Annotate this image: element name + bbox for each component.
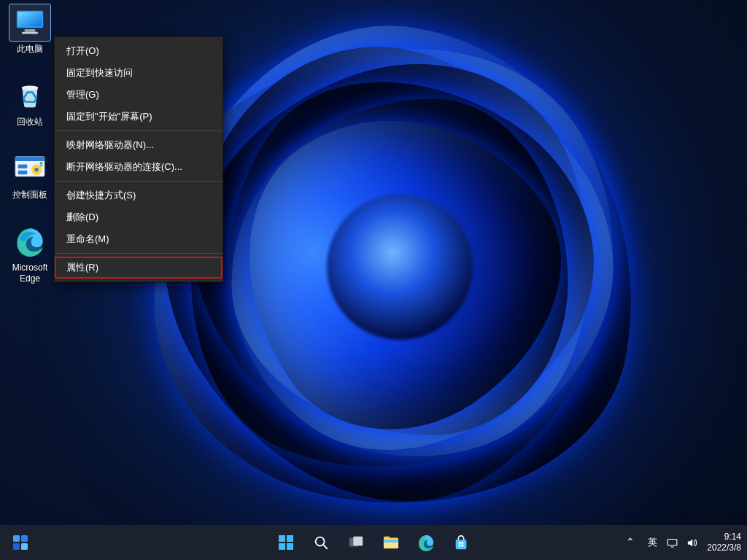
network-icon [666, 537, 678, 549]
clock-date: 2022/3/8 [707, 542, 741, 553]
svg-rect-22 [287, 543, 293, 550]
ctx-rename[interactable]: 重命名(M) [55, 228, 222, 250]
svg-line-24 [324, 545, 328, 549]
this-pc-icon [9, 4, 50, 41]
svg-rect-3 [25, 29, 36, 32]
svg-point-11 [34, 168, 38, 171]
desktop-icon-label: 回收站 [17, 117, 43, 128]
svg-point-23 [316, 537, 325, 546]
store-button[interactable] [446, 528, 476, 557]
svg-rect-31 [461, 542, 463, 544]
svg-rect-35 [671, 546, 674, 547]
svg-rect-28 [384, 540, 398, 542]
ctx-open[interactable]: 打开(O) [55, 40, 222, 62]
edge-button[interactable] [411, 528, 441, 557]
clock[interactable]: 9:14 2022/3/8 [707, 532, 741, 553]
ctx-properties[interactable]: 属性(R) [55, 257, 222, 279]
svg-rect-34 [667, 539, 677, 545]
task-view-button[interactable] [341, 528, 371, 557]
svg-rect-16 [21, 535, 28, 542]
svg-rect-17 [13, 543, 20, 550]
svg-rect-32 [459, 545, 461, 547]
task-view-icon [348, 534, 364, 551]
context-menu: 打开(O)固定到快速访问管理(G)固定到"开始"屏幕(P)映射网络驱动器(N).… [54, 36, 223, 282]
ctx-delete[interactable]: 删除(D) [55, 206, 222, 228]
system-tray[interactable] [666, 537, 698, 549]
svg-rect-18 [21, 543, 28, 550]
ctx-map-drive[interactable]: 映射网络驱动器(N)... [55, 134, 222, 156]
widgets-icon [12, 534, 29, 551]
ctx-pin-quick[interactable]: 固定到快速访问 [55, 62, 222, 84]
desktop-icon-control-panel[interactable]: 控制面板 [2, 150, 58, 201]
svg-rect-30 [459, 542, 461, 544]
ctx-pin-start[interactable]: 固定到"开始"屏幕(P) [55, 106, 222, 128]
explorer-icon [382, 534, 400, 551]
control-panel-icon [9, 150, 50, 187]
start-icon [277, 534, 295, 551]
desktop-icon-label: Microsoft Edge [12, 262, 48, 284]
svg-rect-4 [22, 32, 38, 34]
search-button[interactable] [306, 528, 336, 557]
desktop-icon-recycle-bin[interactable]: 回收站 [2, 77, 58, 128]
volume-icon [686, 537, 698, 549]
svg-rect-9 [18, 171, 28, 174]
ime-indicator[interactable]: 英 [648, 536, 657, 549]
ctx-separator [55, 181, 222, 182]
svg-rect-33 [461, 545, 463, 547]
desktop-icon-label: 控制面板 [12, 190, 47, 201]
ctx-manage[interactable]: 管理(G) [55, 84, 222, 106]
edge-icon [9, 223, 50, 260]
svg-rect-8 [18, 165, 28, 168]
ctx-separator [55, 253, 222, 254]
start-button[interactable] [271, 528, 301, 557]
svg-rect-15 [13, 535, 20, 542]
svg-rect-26 [353, 537, 363, 546]
ctx-separator [55, 131, 222, 131]
ctx-shortcut[interactable]: 创建快捷方式(S) [55, 184, 222, 206]
store-icon [453, 534, 469, 551]
svg-rect-12 [40, 162, 43, 165]
clock-time: 9:14 [707, 532, 741, 542]
recycle-bin-icon [9, 77, 50, 114]
tray-overflow-button[interactable]: ⌃ [622, 528, 639, 557]
desktop-icon-this-pc[interactable]: 此电脑 [2, 4, 58, 55]
desktop-icon-edge[interactable]: Microsoft Edge [2, 223, 58, 284]
svg-rect-21 [279, 543, 285, 550]
file-explorer-button[interactable] [376, 528, 406, 557]
svg-rect-20 [287, 535, 293, 542]
chevron-up-icon: ⌃ [626, 536, 635, 548]
desktop-icon-label: 此电脑 [17, 44, 43, 55]
edge-icon [417, 534, 435, 551]
svg-rect-7 [15, 157, 44, 161]
svg-rect-19 [279, 535, 285, 542]
search-icon [313, 534, 329, 551]
widgets-button[interactable] [6, 528, 35, 557]
taskbar: ⌃ 英 9:14 2022/3/8 [0, 525, 747, 560]
ctx-unmap-drive[interactable]: 断开网络驱动器的连接(C)... [55, 156, 222, 178]
svg-point-5 [22, 85, 39, 90]
svg-rect-13 [40, 165, 43, 166]
svg-rect-2 [18, 12, 42, 26]
